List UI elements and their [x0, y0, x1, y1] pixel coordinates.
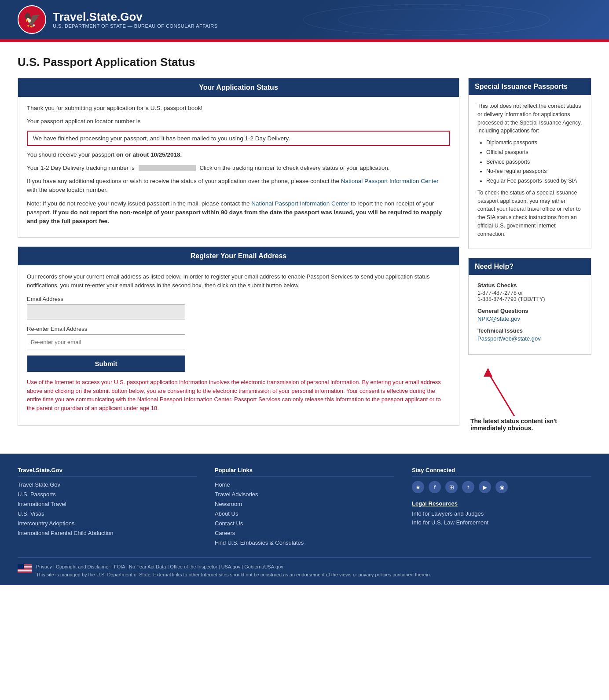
status-box-header: Your Application Status: [18, 78, 459, 97]
help-general-questions: General Questions NPIC@state.gov: [477, 308, 582, 322]
footer-link[interactable]: Careers: [215, 530, 235, 536]
npic-email-link[interactable]: NPIC@state.gov: [477, 315, 520, 322]
flickr-icon[interactable]: ⊞: [445, 481, 458, 493]
footer-link-item: Home: [215, 481, 394, 488]
special-item: Official passports: [486, 148, 582, 157]
legal-link-lawyers[interactable]: Info for Lawyers and Judges: [412, 510, 591, 517]
footer-fearact-link[interactable]: No Fear Act Data: [129, 564, 166, 569]
social-icons: ★ f ⊞ t ▶ ◉: [412, 481, 591, 493]
svg-rect-10: [18, 564, 24, 569]
footer-link-item: Careers: [215, 529, 394, 536]
footer-col-2: Popular Links Home Travel Advisories New…: [215, 467, 394, 549]
email-input[interactable]: [27, 304, 185, 319]
application-status-box: Your Application Status Thank you for su…: [18, 78, 459, 238]
footer-link-item: International Parental Child Abduction: [18, 529, 197, 536]
svg-rect-8: [18, 571, 32, 572]
footer-col1-heading: Travel.State.Gov: [18, 467, 197, 476]
svg-marker-1: [484, 368, 492, 377]
footer-link-item: Contact Us: [215, 520, 394, 527]
reenter-email-form-group: Re-enter Email Address: [27, 326, 450, 349]
footer-privacy-link[interactable]: Privacy: [36, 564, 52, 569]
register-description: Our records show your current email addr…: [27, 272, 450, 290]
us-flag: [18, 564, 32, 573]
footer-link-item: Travel Advisories: [215, 491, 394, 498]
footer-link[interactable]: Travel.State.Gov: [18, 481, 60, 488]
footer-col3-heading: Stay Connected: [412, 467, 591, 476]
annotation-text: The latest status content isn't immediat…: [470, 418, 589, 432]
special-item: Regular Fee passports issued by SIA: [486, 177, 582, 185]
help-phone-2: 1-888-874-7793 (TDD/TTY): [477, 296, 582, 302]
note-line: Note: If you do not receive your newly i…: [27, 199, 450, 226]
facebook-icon[interactable]: f: [429, 481, 441, 493]
footer-link-item: Newsroom: [215, 500, 394, 507]
footer-col2-links: Home Travel Advisories Newsroom About Us…: [215, 481, 394, 546]
special-description: This tool does not reflect the correct s…: [477, 102, 582, 135]
email-label: Email Address: [27, 296, 450, 302]
help-technical: Technical Issues PassportWeb@state.gov: [477, 327, 582, 342]
footer-link-item: U.S. Visas: [18, 510, 197, 517]
annotation-note: The latest status content isn't immediat…: [468, 363, 591, 432]
npic-link-1[interactable]: National Passport Information Center: [341, 178, 439, 184]
footer-col-1: Travel.State.Gov Travel.State.Gov U.S. P…: [18, 467, 197, 549]
legal-link-law-enforcement[interactable]: Info for U.S. Law Enforcement: [412, 519, 591, 526]
footer-link[interactable]: Newsroom: [215, 501, 242, 507]
help-section-title: Technical Issues: [477, 327, 582, 334]
special-additional: To check the status of a special issuanc…: [477, 189, 582, 238]
npic-link-2[interactable]: National Passport Information Center: [251, 200, 349, 207]
page-title: U.S. Passport Application Status: [18, 55, 591, 69]
footer-link[interactable]: Intercountry Adoptions: [18, 520, 74, 527]
passport-web-link[interactable]: PassportWeb@state.gov: [477, 335, 541, 342]
footer-col1-links: Travel.State.Gov U.S. Passports Internat…: [18, 481, 197, 536]
help-section-title: Status Checks: [477, 282, 582, 289]
need-help-body: Status Checks 1-877-487-2778 or 1-888-87…: [469, 275, 591, 354]
legal-resources-heading: Legal Resources: [412, 500, 591, 507]
special-item: No-fee regular passports: [486, 167, 582, 176]
footer-gobiernousa-link[interactable]: GobiernoUSA.gov: [244, 564, 283, 569]
footer-link[interactable]: U.S. Passports: [18, 491, 56, 498]
status-highlight: We have finished processing your passpor…: [27, 131, 450, 146]
footer-link[interactable]: International Parental Child Abduction: [18, 530, 114, 536]
main-content: U.S. Passport Application Status Your Ap…: [0, 42, 609, 445]
star-icon[interactable]: ★: [412, 481, 424, 493]
footer-links-line: Privacy | Copyright and Disclaimer | FOI…: [36, 563, 431, 571]
email-form-group: Email Address: [27, 296, 450, 319]
eagle-icon: 🦅: [23, 11, 41, 28]
status-locator: Your passport application locator number…: [27, 117, 450, 126]
footer-link-item: Find U.S. Embassies & Consulates: [215, 539, 394, 546]
footer-link-item: Travel.State.Gov: [18, 481, 197, 488]
footer-grid: Travel.State.Gov Travel.State.Gov U.S. P…: [18, 467, 591, 549]
footer-link[interactable]: Home: [215, 481, 230, 488]
right-column: Special Issuance Passports This tool doe…: [468, 78, 591, 432]
twitter-icon[interactable]: t: [462, 481, 474, 493]
tracking-number[interactable]: [139, 165, 196, 171]
status-intro1: Thank you for submitting your applicatio…: [27, 104, 450, 113]
footer-link[interactable]: About Us: [215, 510, 238, 517]
special-issuance-box: Special Issuance Passports This tool doe…: [468, 78, 591, 249]
special-issuance-header: Special Issuance Passports: [469, 78, 591, 95]
rss-icon[interactable]: ◉: [495, 481, 508, 493]
special-items-list: Diplomatic passports Official passports …: [477, 139, 582, 185]
department-name: U.S. DEPARTMENT OF STATE — BUREAU OF CON…: [53, 23, 217, 29]
footer-link-item: Intercountry Adoptions: [18, 520, 197, 527]
footer-foia-link[interactable]: FOIA: [114, 564, 125, 569]
register-email-header: Register Your Email Address: [18, 247, 459, 265]
footer-link[interactable]: Contact Us: [215, 520, 243, 527]
footer-inspector-link[interactable]: Office of the Inspector: [170, 564, 217, 569]
footer-link[interactable]: Travel Advisories: [215, 491, 258, 498]
footer-copyright-link[interactable]: Copyright and Disclaimer: [56, 564, 110, 569]
svg-line-0: [488, 372, 514, 416]
footer-link[interactable]: Find U.S. Embassies & Consulates: [215, 539, 304, 546]
site-footer: Travel.State.Gov Travel.State.Gov U.S. P…: [0, 454, 609, 585]
site-name: Travel.State.Gov: [53, 11, 217, 23]
footer-link[interactable]: International Travel: [18, 501, 66, 507]
footer-link-item: International Travel: [18, 500, 197, 507]
footer-usagov-link[interactable]: USA.gov: [221, 564, 240, 569]
submit-button[interactable]: Submit: [27, 355, 185, 372]
footer-link[interactable]: U.S. Visas: [18, 510, 44, 517]
reenter-label: Re-enter Email Address: [27, 326, 450, 332]
youtube-icon[interactable]: ▶: [479, 481, 491, 493]
reenter-email-input[interactable]: [27, 334, 185, 349]
tracking-line: Your 1-2 Day Delivery tracking number is…: [27, 164, 450, 172]
status-box-body: Thank you for submitting your applicatio…: [18, 97, 459, 237]
site-title-block: Travel.State.Gov U.S. DEPARTMENT OF STAT…: [53, 11, 217, 29]
